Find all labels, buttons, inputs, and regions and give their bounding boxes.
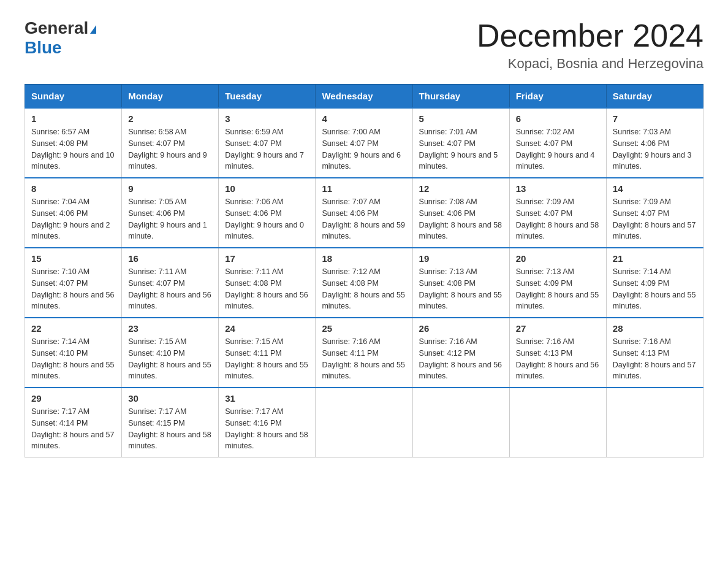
calendar-body: 1Sunrise: 6:57 AMSunset: 4:08 PMDaylight… [25,108,703,458]
day-info: Sunrise: 7:02 AMSunset: 4:07 PMDaylight:… [516,126,600,172]
day-info: Sunrise: 7:10 AMSunset: 4:07 PMDaylight:… [31,266,115,312]
day-info: Sunrise: 7:15 AMSunset: 4:11 PMDaylight:… [225,336,309,382]
calendar-cell: 6Sunrise: 7:02 AMSunset: 4:07 PMDaylight… [509,108,606,178]
calendar-cell: 30Sunrise: 7:17 AMSunset: 4:15 PMDayligh… [122,388,219,458]
calendar-cell: 28Sunrise: 7:16 AMSunset: 4:13 PMDayligh… [606,318,703,388]
header-row: Sunday Monday Tuesday Wednesday Thursday… [25,85,703,109]
calendar-cell: 19Sunrise: 7:13 AMSunset: 4:08 PMDayligh… [412,248,509,318]
day-info: Sunrise: 7:07 AMSunset: 4:06 PMDaylight:… [322,196,406,242]
col-tuesday: Tuesday [219,85,316,109]
week-row-4: 22Sunrise: 7:14 AMSunset: 4:10 PMDayligh… [25,318,703,388]
calendar-cell: 10Sunrise: 7:06 AMSunset: 4:06 PMDayligh… [219,178,316,248]
logo-triangle-icon [90,25,96,34]
calendar-cell: 25Sunrise: 7:16 AMSunset: 4:11 PMDayligh… [316,318,412,388]
logo-blue-line: Blue [25,38,62,58]
day-number: 7 [613,113,697,124]
calendar-cell: 24Sunrise: 7:15 AMSunset: 4:11 PMDayligh… [219,318,316,388]
day-info: Sunrise: 7:17 AMSunset: 4:14 PMDaylight:… [31,406,115,452]
calendar-cell: 1Sunrise: 6:57 AMSunset: 4:08 PMDaylight… [25,108,122,178]
day-info: Sunrise: 7:15 AMSunset: 4:10 PMDaylight:… [128,336,212,382]
day-number: 1 [31,113,115,124]
day-number: 6 [516,113,600,124]
day-info: Sunrise: 7:09 AMSunset: 4:07 PMDaylight:… [613,196,697,242]
month-title: December 2024 [477,18,703,53]
day-info: Sunrise: 7:01 AMSunset: 4:07 PMDaylight:… [419,126,503,172]
day-number: 26 [419,323,503,334]
logo-general-line: General [25,18,96,38]
day-info: Sunrise: 7:11 AMSunset: 4:08 PMDaylight:… [225,266,309,312]
day-info: Sunrise: 7:16 AMSunset: 4:13 PMDaylight:… [516,336,600,382]
day-info: Sunrise: 6:59 AMSunset: 4:07 PMDaylight:… [225,126,309,172]
col-saturday: Saturday [606,85,703,109]
day-number: 3 [225,113,309,124]
calendar-cell: 18Sunrise: 7:12 AMSunset: 4:08 PMDayligh… [316,248,412,318]
calendar-cell: 15Sunrise: 7:10 AMSunset: 4:07 PMDayligh… [25,248,122,318]
day-info: Sunrise: 7:17 AMSunset: 4:15 PMDaylight:… [128,406,212,452]
calendar-cell: 21Sunrise: 7:14 AMSunset: 4:09 PMDayligh… [606,248,703,318]
day-number: 8 [31,183,115,194]
day-number: 19 [419,253,503,264]
day-number: 4 [322,113,406,124]
day-number: 30 [128,393,212,404]
day-info: Sunrise: 7:17 AMSunset: 4:16 PMDaylight:… [225,406,309,452]
title-section: December 2024 Kopaci, Bosnia and Herzego… [477,18,703,72]
day-info: Sunrise: 6:57 AMSunset: 4:08 PMDaylight:… [31,126,115,172]
day-info: Sunrise: 7:13 AMSunset: 4:09 PMDaylight:… [516,266,600,312]
calendar-cell: 2Sunrise: 6:58 AMSunset: 4:07 PMDaylight… [122,108,219,178]
day-number: 18 [322,253,406,264]
week-row-1: 1Sunrise: 6:57 AMSunset: 4:08 PMDaylight… [25,108,703,178]
week-row-3: 15Sunrise: 7:10 AMSunset: 4:07 PMDayligh… [25,248,703,318]
calendar-cell [412,388,509,458]
calendar-cell: 22Sunrise: 7:14 AMSunset: 4:10 PMDayligh… [25,318,122,388]
day-number: 29 [31,393,115,404]
calendar-cell: 7Sunrise: 7:03 AMSunset: 4:06 PMDaylight… [606,108,703,178]
calendar-table: Sunday Monday Tuesday Wednesday Thursday… [25,84,703,458]
day-info: Sunrise: 7:06 AMSunset: 4:06 PMDaylight:… [225,196,309,242]
calendar-cell: 9Sunrise: 7:05 AMSunset: 4:06 PMDaylight… [122,178,219,248]
calendar-cell: 31Sunrise: 7:17 AMSunset: 4:16 PMDayligh… [219,388,316,458]
day-number: 14 [613,183,697,194]
day-number: 2 [128,113,212,124]
calendar-header: Sunday Monday Tuesday Wednesday Thursday… [25,85,703,109]
location-subtitle: Kopaci, Bosnia and Herzegovina [477,56,703,72]
day-number: 12 [419,183,503,194]
day-number: 17 [225,253,309,264]
calendar-cell: 4Sunrise: 7:00 AMSunset: 4:07 PMDaylight… [316,108,412,178]
day-info: Sunrise: 7:12 AMSunset: 4:08 PMDaylight:… [322,266,406,312]
day-number: 31 [225,393,309,404]
day-number: 10 [225,183,309,194]
calendar-cell: 16Sunrise: 7:11 AMSunset: 4:07 PMDayligh… [122,248,219,318]
calendar-cell: 3Sunrise: 6:59 AMSunset: 4:07 PMDaylight… [219,108,316,178]
day-number: 15 [31,253,115,264]
day-info: Sunrise: 7:04 AMSunset: 4:06 PMDaylight:… [31,196,115,242]
calendar-cell: 13Sunrise: 7:09 AMSunset: 4:07 PMDayligh… [509,178,606,248]
day-number: 22 [31,323,115,334]
day-number: 13 [516,183,600,194]
day-info: Sunrise: 7:03 AMSunset: 4:06 PMDaylight:… [613,126,697,172]
col-thursday: Thursday [412,85,509,109]
week-row-2: 8Sunrise: 7:04 AMSunset: 4:06 PMDaylight… [25,178,703,248]
calendar-cell: 23Sunrise: 7:15 AMSunset: 4:10 PMDayligh… [122,318,219,388]
day-info: Sunrise: 7:13 AMSunset: 4:08 PMDaylight:… [419,266,503,312]
day-info: Sunrise: 7:16 AMSunset: 4:11 PMDaylight:… [322,336,406,382]
day-number: 16 [128,253,212,264]
day-number: 20 [516,253,600,264]
calendar-cell: 26Sunrise: 7:16 AMSunset: 4:12 PMDayligh… [412,318,509,388]
week-row-5: 29Sunrise: 7:17 AMSunset: 4:14 PMDayligh… [25,388,703,458]
page-header: General Blue December 2024 Kopaci, Bosni… [25,18,703,72]
calendar-cell: 5Sunrise: 7:01 AMSunset: 4:07 PMDaylight… [412,108,509,178]
day-info: Sunrise: 7:08 AMSunset: 4:06 PMDaylight:… [419,196,503,242]
col-monday: Monday [122,85,219,109]
day-number: 28 [613,323,697,334]
day-info: Sunrise: 7:16 AMSunset: 4:12 PMDaylight:… [419,336,503,382]
col-wednesday: Wednesday [316,85,412,109]
day-info: Sunrise: 7:14 AMSunset: 4:10 PMDaylight:… [31,336,115,382]
day-info: Sunrise: 7:11 AMSunset: 4:07 PMDaylight:… [128,266,212,312]
day-number: 21 [613,253,697,264]
logo-general-text: General [25,18,88,37]
calendar-cell: 14Sunrise: 7:09 AMSunset: 4:07 PMDayligh… [606,178,703,248]
day-info: Sunrise: 7:14 AMSunset: 4:09 PMDaylight:… [613,266,697,312]
day-number: 5 [419,113,503,124]
col-friday: Friday [509,85,606,109]
calendar-cell: 27Sunrise: 7:16 AMSunset: 4:13 PMDayligh… [509,318,606,388]
